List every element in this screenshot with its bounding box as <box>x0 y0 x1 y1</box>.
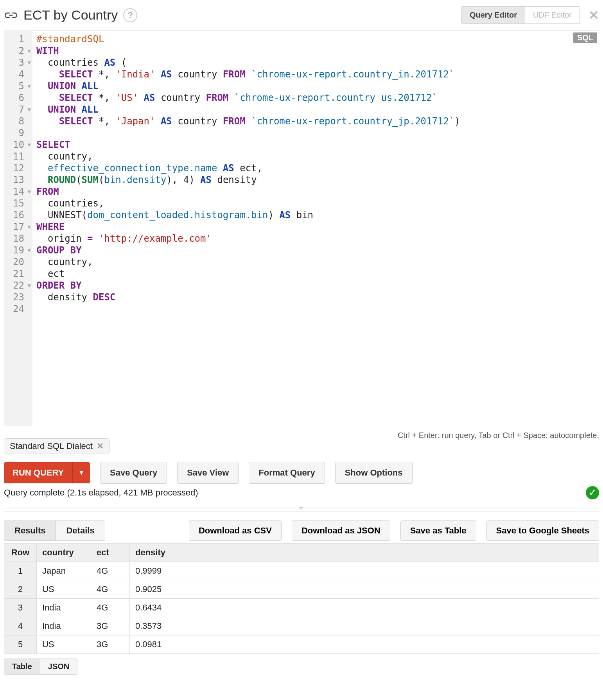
code-line: FROM <box>36 186 460 197</box>
table-row: 1Japan4G0.9999 <box>4 562 599 580</box>
format-json-tab[interactable]: JSON <box>40 659 77 675</box>
gutter-line: 10▼ <box>9 139 31 151</box>
gutter-line: 8 <box>9 115 31 127</box>
gutter-line: 4 <box>9 68 31 80</box>
results-col-header: country <box>37 544 91 562</box>
dialect-chip-close-icon[interactable]: ✕ <box>97 441 104 451</box>
save-view-button[interactable]: Save View <box>177 462 239 484</box>
gutter-line: 18 <box>9 233 31 244</box>
code-line: origin = 'http://example.com' <box>36 233 460 244</box>
header-bar: ECT by Country ? Query Editor UDF Editor… <box>4 4 599 28</box>
pane-splitter[interactable] <box>4 508 599 512</box>
gutter-line: 20 <box>9 256 31 268</box>
gutter-line: 17▼ <box>9 221 31 233</box>
results-table: Rowcountryectdensity 1Japan4G0.99992US4G… <box>4 543 599 654</box>
editor-gutter: 12▼3▼45▼67▼8910▼11121314▼151617▼1819▼202… <box>4 31 32 426</box>
gutter-line: 2▼ <box>9 45 31 57</box>
code-line: UNNEST(dom_content_loaded.histogram.bin)… <box>36 209 460 221</box>
results-col-header: ect <box>91 544 130 562</box>
help-icon[interactable]: ? <box>123 8 137 22</box>
code-line: SELECT <box>36 139 460 151</box>
gutter-line: 5▼ <box>9 80 31 92</box>
download-json-button[interactable]: Download as JSON <box>292 521 390 541</box>
editor-code[interactable]: #standardSQLWITH countries AS ( SELECT *… <box>32 31 464 426</box>
code-line: density DESC <box>36 291 460 303</box>
code-line: countries AS ( <box>36 57 460 68</box>
save-query-button[interactable]: Save Query <box>100 462 167 484</box>
results-col-header: density <box>130 544 184 562</box>
results-col-header: Row <box>4 544 37 562</box>
format-table-tab[interactable]: Table <box>4 659 40 675</box>
run-query-dropdown[interactable]: ▼ <box>72 462 90 483</box>
gutter-line: 21 <box>9 268 31 280</box>
gutter-line: 14▼ <box>9 186 31 197</box>
gutter-line: 3▼ <box>9 57 31 68</box>
gutter-line: 15 <box>9 197 31 209</box>
code-line <box>36 303 460 315</box>
dialect-chip[interactable]: Standard SQL Dialect ✕ <box>4 438 109 454</box>
run-query-button[interactable]: RUN QUERY <box>4 462 72 483</box>
code-line: WHERE <box>36 221 460 233</box>
gutter-line: 13 <box>9 174 31 186</box>
sql-editor[interactable]: SQL 12▼3▼45▼67▼8910▼11121314▼151617▼1819… <box>4 31 599 426</box>
download-csv-button[interactable]: Download as CSV <box>189 521 282 541</box>
gutter-line: 1 <box>9 33 31 45</box>
code-line: countries, <box>36 197 460 209</box>
code-line: country, <box>36 256 460 268</box>
code-line: ORDER BY <box>36 280 460 291</box>
tab-query-editor[interactable]: Query Editor <box>461 6 525 24</box>
table-row: 4India3G0.3573 <box>4 617 599 635</box>
table-row: 3India4G0.6434 <box>4 599 599 617</box>
code-line: WITH <box>36 45 460 57</box>
code-line: UNION ALL <box>36 104 460 115</box>
details-tab[interactable]: Details <box>56 521 105 541</box>
gutter-line: 9 <box>9 127 31 139</box>
code-line: UNION ALL <box>36 80 460 92</box>
code-line: ect <box>36 268 460 280</box>
code-line: ROUND(SUM(bin.density), 4) AS density <box>36 174 460 186</box>
code-line <box>36 127 460 139</box>
table-row: 5US3G0.0981 <box>4 635 599 654</box>
page-title: ECT by Country <box>23 7 118 23</box>
gutter-line: 23 <box>9 291 31 303</box>
gutter-line: 11 <box>9 151 31 162</box>
gutter-line: 22▼ <box>9 280 31 291</box>
sql-badge: SQL <box>573 32 597 43</box>
gutter-line: 7▼ <box>9 104 31 115</box>
code-line: SELECT *, 'India' AS country FROM `chrom… <box>36 68 460 80</box>
format-query-button[interactable]: Format Query <box>249 462 325 484</box>
editor-hints: Ctrl + Enter: run query, Tab or Ctrl + S… <box>398 430 599 440</box>
table-row: 2US4G0.9025 <box>4 580 599 599</box>
code-line: SELECT *, 'US' AS country FROM `chrome-u… <box>36 92 460 104</box>
link-icon <box>4 8 18 22</box>
code-line: country, <box>36 151 460 162</box>
save-to-sheets-button[interactable]: Save to Google Sheets <box>486 521 599 541</box>
dialect-chip-label: Standard SQL Dialect <box>10 441 93 451</box>
code-line: effective_connection_type.name AS ect, <box>36 162 460 174</box>
gutter-line: 12 <box>9 162 31 174</box>
tab-udf-editor[interactable]: UDF Editor <box>525 6 580 24</box>
save-as-table-button[interactable]: Save as Table <box>400 521 476 541</box>
code-line: #standardSQL <box>36 33 460 45</box>
code-line: GROUP BY <box>36 244 460 256</box>
gutter-line: 19▼ <box>9 244 31 256</box>
status-success-icon: ✓ <box>586 486 599 499</box>
show-options-button[interactable]: Show Options <box>335 462 413 484</box>
code-line: SELECT *, 'Japan' AS country FROM `chrom… <box>36 115 460 127</box>
gutter-line: 16 <box>9 209 31 221</box>
query-status: Query complete (2.1s elapsed, 421 MB pro… <box>4 488 198 498</box>
gutter-line: 24 <box>9 303 31 315</box>
gutter-line: 6 <box>9 92 31 104</box>
close-icon[interactable]: ✕ <box>589 9 599 22</box>
results-tab[interactable]: Results <box>4 521 56 541</box>
